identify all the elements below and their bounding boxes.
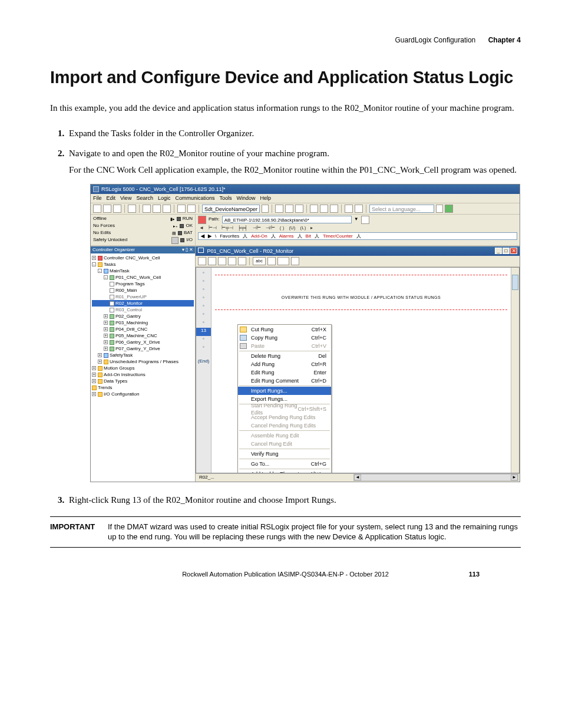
tabstrip-right-icon[interactable]: ▶ — [208, 233, 211, 240]
tree-p06[interactable]: +P06_Gantry_X_Drive — [92, 339, 194, 345]
ctx-import-rungs[interactable]: Import Rungs... — [238, 387, 331, 395]
toolbar-undo-icon[interactable] — [177, 205, 186, 213]
ote-icon[interactable]: ( ) — [279, 225, 286, 232]
vertical-scrollbar[interactable] — [511, 268, 519, 473]
ed-abc-icon[interactable]: abc — [253, 257, 266, 265]
ctx-cut[interactable]: Cut RungCtrl+X — [238, 325, 331, 334]
ladder-editor[interactable]: ◦◦◦ ◦◦◦ ◦ 13 ◦◦ (End) O — [196, 267, 520, 473]
toolbar-print-icon[interactable] — [128, 205, 136, 213]
tree-dtypes[interactable]: +Data Types — [92, 378, 194, 384]
edits-icon[interactable]: ▤ — [172, 230, 176, 236]
otl-icon[interactable]: (L) — [299, 225, 308, 232]
ctx-goto[interactable]: Go To...Ctrl+G — [238, 460, 331, 468]
tree-p04[interactable]: +P04_Drill_CNC — [92, 326, 194, 332]
toolbar-build-icon[interactable] — [330, 205, 338, 213]
tab-timer[interactable]: Timer/Counter — [323, 233, 353, 240]
toolbar-save-icon[interactable] — [113, 205, 121, 213]
ctx-add[interactable]: Add RungCtrl+R — [238, 360, 331, 368]
toolbar-cut-icon[interactable] — [143, 205, 151, 213]
toolbar-redo-icon[interactable] — [187, 205, 196, 213]
rung-icon[interactable]: ⊢⊣ — [207, 225, 218, 232]
menu-view[interactable]: View — [120, 195, 131, 202]
bottom-tab[interactable]: R02_... — [197, 475, 352, 481]
ctx-edit-comment[interactable]: Edit Rung CommentCtrl+D — [238, 377, 331, 385]
tabstrip-left-icon[interactable]: ◀ — [201, 233, 204, 240]
combo-dropdown-icon[interactable] — [262, 205, 269, 213]
tree-controller[interactable]: +Controller CNC_Work_Cell — [92, 255, 194, 261]
toolbar-new-icon[interactable] — [93, 205, 101, 213]
tree-unsched[interactable]: +Unscheduled Programs / Phases — [92, 358, 194, 365]
quick-find-combo[interactable]: Sdt_DeviceNameOper — [202, 205, 260, 213]
tree-maintask[interactable]: -MainTask — [92, 268, 194, 274]
toolbar-find-next-icon[interactable] — [285, 205, 293, 213]
tree-r01[interactable]: R01_PowerUP — [92, 294, 194, 300]
tree-safetytask[interactable]: +SafetyTask — [92, 352, 194, 358]
xio-icon[interactable]: ⊣/⊢ — [265, 225, 276, 232]
ed-combo-icon[interactable] — [277, 257, 289, 265]
toolbar-open-icon[interactable] — [103, 205, 111, 213]
ed-tool-1-icon[interactable] — [198, 257, 206, 265]
ed-tool-4-icon[interactable] — [228, 257, 236, 265]
toolbar-verify-all-icon[interactable] — [320, 205, 328, 213]
xic-icon[interactable]: ⊣⊢ — [252, 225, 262, 232]
forces-icon[interactable]: ▸₊ — [173, 223, 178, 229]
toolbar-zoom-out-icon[interactable] — [355, 205, 363, 213]
language-combo[interactable]: Select a Language... — [369, 205, 434, 213]
ctx-edit[interactable]: Edit RungEnter — [238, 368, 331, 377]
tree-tasks[interactable]: -Tasks — [92, 261, 194, 268]
tree-r00[interactable]: R00_Main — [92, 287, 194, 294]
close-button[interactable]: ✕ — [510, 248, 517, 254]
minimize-button[interactable]: _ — [495, 248, 502, 254]
tree-addon[interactable]: +Add-On Instructions — [92, 371, 194, 378]
tree-trends[interactable]: Trends — [92, 384, 194, 391]
nav-fwd-icon[interactable]: ▸ — [309, 225, 314, 232]
safety-key-icon[interactable] — [171, 237, 178, 244]
tree-p03[interactable]: +P03_Machining — [92, 319, 194, 326]
ctx-add-ladder-element[interactable]: Add Ladder Element...Alt+Ins — [238, 470, 331, 473]
path-go-icon[interactable] — [361, 216, 369, 224]
menu-help[interactable]: Help — [260, 195, 272, 202]
menu-communications[interactable]: Communications — [175, 195, 214, 202]
maximize-button[interactable]: □ — [503, 248, 510, 254]
toolbar-paste-icon[interactable] — [163, 205, 171, 213]
tree-p07[interactable]: +P07_Gantry_Y_Drive — [92, 345, 194, 352]
tab-addon[interactable]: Add-On — [251, 233, 267, 240]
branch-level-icon[interactable]: ╞╤╡ — [237, 225, 249, 232]
run-mode-icon[interactable]: ▮▸ — [170, 216, 175, 222]
menu-window[interactable]: Window — [236, 195, 255, 202]
rung-13[interactable]: 13 — [196, 328, 211, 336]
scroll-left-icon[interactable]: ◄ — [354, 475, 361, 480]
ed-tool-3-icon[interactable] — [218, 257, 226, 265]
tree-p02[interactable]: +P02_Gantry — [92, 313, 194, 319]
tree-motion[interactable]: +Motion Groups — [92, 365, 194, 371]
menu-tools[interactable]: Tools — [219, 195, 232, 202]
ed-tool-7-icon[interactable] — [291, 257, 299, 265]
toolbar-replace-icon[interactable] — [295, 205, 303, 213]
menu-file[interactable]: File — [93, 195, 102, 202]
branch-icon[interactable]: ⊢╤⊣ — [220, 225, 234, 232]
path-browse-icon[interactable] — [198, 216, 206, 224]
horizontal-scrollbar[interactable]: ◄ ► — [353, 474, 518, 481]
toolbar-go-icon[interactable] — [445, 205, 453, 213]
toolbar-zoom-in-icon[interactable] — [345, 205, 353, 213]
toolbar-verify-icon[interactable] — [310, 205, 318, 213]
ed-tool-2-icon[interactable] — [208, 257, 216, 265]
ed-tool-5-icon[interactable] — [238, 257, 246, 265]
project-tree[interactable]: +Controller CNC_Work_Cell -Tasks -MainTa… — [91, 253, 195, 481]
tree-p05[interactable]: +P05_Machine_CNC — [92, 332, 194, 339]
otu-icon[interactable]: (U) — [287, 225, 296, 232]
toolbar-find-icon[interactable] — [275, 205, 283, 213]
tree-r02-selected[interactable]: R02_Monitor — [92, 300, 194, 307]
scroll-right-icon[interactable]: ► — [511, 475, 518, 480]
ctx-delete[interactable]: Delete RungDel — [238, 352, 331, 360]
path-input[interactable]: AB_ETHIP-1\192.168.90.2\Backplane\0* — [222, 216, 352, 223]
pane-buttons[interactable]: ▾ ▯ ✕ — [182, 247, 193, 253]
ctx-verify[interactable]: Verify Rung — [238, 450, 331, 458]
tree-progtags[interactable]: Program Tags — [92, 281, 194, 287]
tab-favorites[interactable]: Favorites — [220, 233, 239, 240]
tree-p01[interactable]: -P01_CNC_Work_Cell — [92, 274, 194, 281]
menu-search[interactable]: Search — [136, 195, 153, 202]
tree-iocfg[interactable]: +I/O Configuration — [92, 391, 194, 397]
toolbar-copy-icon[interactable] — [153, 205, 161, 213]
menu-edit[interactable]: Edit — [107, 195, 116, 202]
